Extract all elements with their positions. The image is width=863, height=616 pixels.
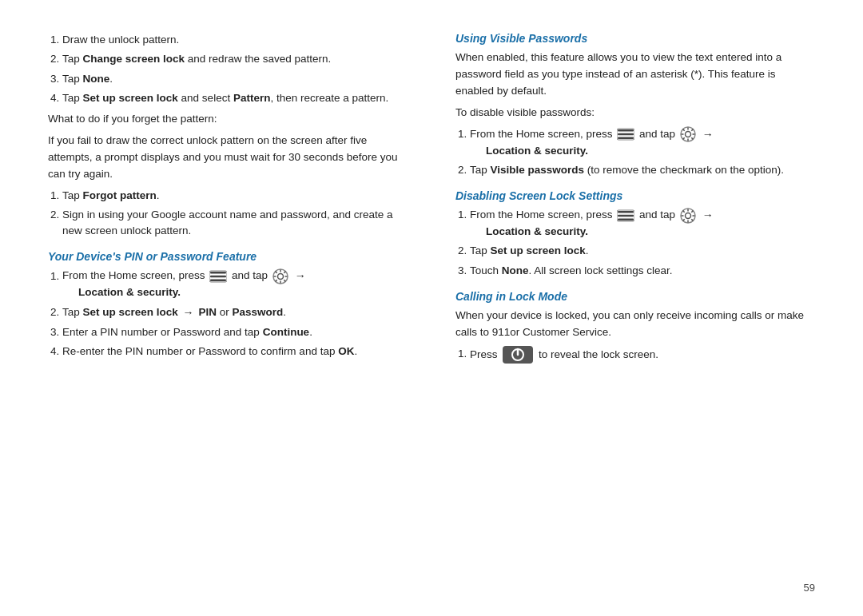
bold-text: Set up screen lock (491, 244, 586, 256)
list-item: Tap Set up screen lock. (470, 243, 815, 259)
list-item: Tap Set up screen lock → PIN or Password… (62, 304, 408, 321)
bold-text: Location & security. (486, 225, 588, 237)
list-item: Tap Set up screen lock and select Patter… (62, 90, 408, 106)
menu-icon (617, 128, 634, 141)
bold-text: Set up screen lock (83, 306, 178, 318)
list-item: Draw the unlock pattern. (62, 32, 408, 48)
what-to-do-label: What to do if you forget the pattern: (48, 111, 408, 128)
svg-line-26 (691, 129, 693, 131)
svg-rect-29 (618, 214, 634, 217)
list-item: Tap Change screen lock and redraw the sa… (62, 51, 408, 67)
power-button-icon (503, 346, 533, 364)
svg-rect-28 (618, 211, 634, 213)
arrow-icon: → (702, 126, 714, 143)
arrow-icon: → (295, 268, 306, 284)
svg-rect-14 (618, 129, 634, 132)
bold-text: Location & security. (78, 286, 181, 298)
list-item: Sign in using your Google account name a… (62, 207, 408, 240)
bold-text: Change screen lock (83, 53, 185, 65)
list-item: From the Home screen, press and tap (62, 268, 408, 300)
calling-heading: Calling in Lock Mode (455, 290, 815, 303)
page: Draw the unlock pattern. Tap Change scre… (0, 0, 863, 616)
svg-line-13 (275, 280, 276, 281)
svg-line-12 (284, 272, 285, 273)
top-list: Draw the unlock pattern. Tap Change scre… (62, 32, 408, 106)
svg-point-33 (685, 213, 690, 218)
visible-passwords-heading: Using Visible Passwords (455, 32, 815, 45)
settings-icon (272, 268, 288, 284)
svg-line-41 (682, 219, 684, 221)
bold-text: None (83, 73, 110, 85)
list-item: Touch None. All screen lock settings cle… (470, 263, 815, 279)
disabling-heading: Disabling Screen Lock Settings (455, 189, 815, 202)
svg-line-10 (275, 272, 276, 273)
svg-line-11 (284, 280, 285, 281)
visible-para2: To disable visible passwords: (455, 105, 815, 121)
svg-rect-2 (210, 279, 226, 281)
svg-rect-30 (618, 218, 634, 221)
list-item: Enter a PIN number or Password and tap C… (62, 324, 408, 340)
svg-point-5 (277, 273, 283, 279)
list-item: Press to reveal the lock screen. (470, 346, 815, 364)
svg-rect-16 (618, 137, 634, 140)
svg-line-39 (691, 219, 693, 221)
svg-line-25 (691, 137, 693, 139)
list-item: Tap Forgot pattern. (62, 188, 408, 204)
forgot-list: Tap Forgot pattern. Sign in using your G… (62, 188, 408, 240)
bold-text: PIN (198, 306, 217, 318)
menu-icon (209, 270, 227, 283)
settings-icon (680, 208, 696, 224)
bold-text: Password (232, 306, 283, 318)
svg-line-38 (682, 210, 684, 212)
content-columns: Draw the unlock pattern. Tap Change scre… (48, 32, 815, 584)
bold-text: OK (338, 345, 354, 357)
svg-rect-1 (210, 276, 226, 278)
forget-paragraph: If you fail to draw the correct unlock p… (48, 133, 408, 183)
disabling-list: From the Home screen, press and tap (470, 207, 815, 279)
bold-text: Forgot pattern (83, 189, 157, 201)
svg-rect-15 (618, 133, 634, 136)
arrow-icon: → (702, 207, 714, 224)
pin-section-heading: Your Device's PIN or Password Feature (48, 250, 408, 263)
bold-text: Pattern (233, 92, 271, 104)
menu-icon (617, 209, 634, 222)
bold-text: Set up screen lock (83, 92, 178, 104)
list-item: From the Home screen, press and tap (470, 126, 815, 159)
list-item: Re-enter the PIN number or Password to c… (62, 344, 408, 360)
calling-para: When your device is locked, you can only… (455, 308, 815, 341)
svg-line-40 (691, 210, 693, 212)
page-number: 59 (804, 582, 815, 594)
arrow-icon: → (183, 304, 194, 321)
bold-text: None (502, 264, 529, 276)
list-item: Tap None. (62, 71, 408, 87)
svg-line-24 (682, 129, 684, 131)
list-item: Tap Visible passwords (to remove the che… (470, 162, 815, 178)
svg-point-19 (685, 132, 690, 137)
list-item: From the Home screen, press and tap (470, 207, 815, 240)
bold-text: Visible passwords (491, 164, 585, 176)
visible-para1: When enabled, this feature allows you to… (455, 50, 815, 100)
svg-line-27 (682, 137, 684, 139)
left-column: Draw the unlock pattern. Tap Change scre… (48, 32, 416, 584)
settings-icon (680, 126, 696, 142)
right-column: Using Visible Passwords When enabled, th… (447, 32, 815, 584)
visible-list: From the Home screen, press and tap (470, 126, 815, 179)
bold-text: Continue (263, 326, 310, 338)
svg-rect-0 (210, 272, 226, 274)
pin-list: From the Home screen, press and tap (62, 268, 408, 360)
calling-list: Press to reveal the lock screen. (470, 346, 815, 364)
bold-text: Location & security. (486, 145, 588, 157)
